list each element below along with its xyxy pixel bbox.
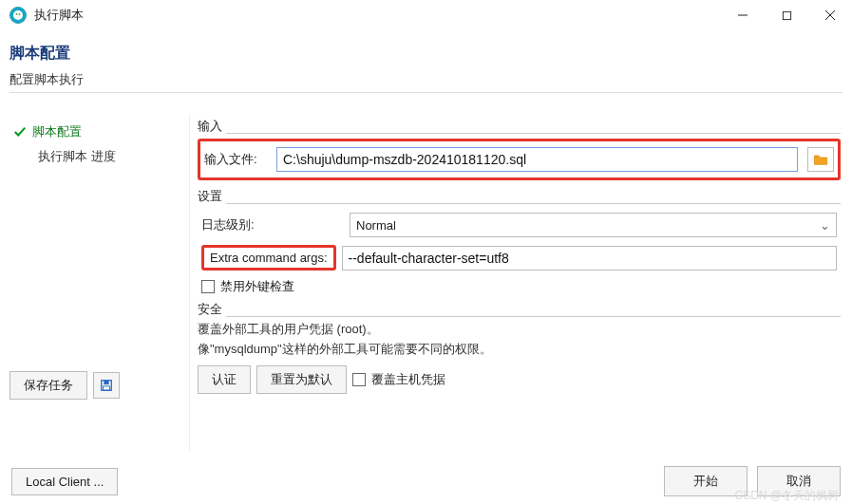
save-icon-button[interactable] (93, 372, 120, 399)
disable-fk-checkbox[interactable]: 禁用外键检查 (201, 278, 294, 295)
folder-icon (813, 153, 828, 166)
sidebar-item-script-config[interactable]: 脚本配置 (9, 120, 185, 144)
chevron-down-icon: ⌄ (820, 218, 830, 233)
browse-button[interactable] (807, 147, 834, 172)
auth-button[interactable]: 认证 (198, 365, 251, 394)
security-text-1: 覆盖外部工具的用户凭据 (root)。 (198, 320, 841, 340)
header: 脚本配置 配置脚本执行 (0, 30, 852, 104)
input-file-field[interactable] (276, 147, 798, 172)
save-task-button[interactable]: 保存任务 (9, 371, 87, 400)
group-settings-label: 设置 (198, 188, 226, 205)
sidebar-item-label: 执行脚本 进度 (38, 148, 116, 165)
disable-fk-label: 禁用外键检查 (220, 278, 294, 295)
svg-point-0 (13, 10, 23, 20)
input-file-highlight: 输入文件: (198, 139, 841, 180)
reset-default-button[interactable]: 重置为默认 (256, 365, 347, 394)
page-title: 脚本配置 (9, 44, 843, 64)
window-title: 执行脚本 (34, 7, 84, 24)
sidebar-item-progress[interactable]: 执行脚本 进度 (9, 144, 185, 169)
override-host-checkbox[interactable]: 覆盖主机凭据 (352, 371, 445, 388)
log-level-select[interactable]: Normal ⌄ (350, 213, 837, 237)
svg-point-2 (19, 13, 21, 15)
watermark: CSDN @冬天的枫树 (734, 488, 839, 504)
app-icon (9, 7, 27, 24)
local-client-button[interactable]: Local Client ... (11, 468, 118, 495)
group-input-label: 输入 (198, 118, 226, 135)
log-level-value: Normal (356, 218, 396, 233)
security-text-2: 像"mysqldump"这样的外部工具可能需要不同的权限。 (198, 340, 841, 360)
save-icon (100, 379, 113, 392)
page-subtitle: 配置脚本执行 (9, 71, 843, 88)
footer: Local Client ... 开始 取消 (0, 466, 852, 496)
titlebar: 执行脚本 (0, 0, 852, 30)
svg-point-1 (16, 13, 18, 15)
checkbox-icon (201, 280, 215, 293)
minimize-button[interactable] (721, 0, 765, 30)
extra-args-label: Extra command args: (210, 251, 328, 265)
group-security-label: 安全 (198, 301, 226, 318)
override-host-label: 覆盖主机凭据 (371, 371, 445, 388)
svg-rect-4 (783, 11, 790, 19)
checkbox-icon (352, 373, 366, 386)
input-file-label: 输入文件: (204, 151, 271, 168)
log-level-label: 日志级别: (201, 216, 344, 233)
extra-args-field[interactable] (342, 246, 837, 271)
beaver-icon (12, 9, 24, 21)
sidebar-item-label: 脚本配置 (32, 123, 82, 140)
main-panel: 输入 输入文件: 设置 日志级别: Normal ⌄ Extra command… (190, 114, 852, 451)
svg-rect-8 (104, 381, 108, 384)
maximize-button[interactable] (765, 0, 808, 30)
sidebar: 脚本配置 执行脚本 进度 (0, 114, 190, 451)
close-button[interactable] (808, 0, 852, 30)
check-icon (13, 125, 27, 139)
